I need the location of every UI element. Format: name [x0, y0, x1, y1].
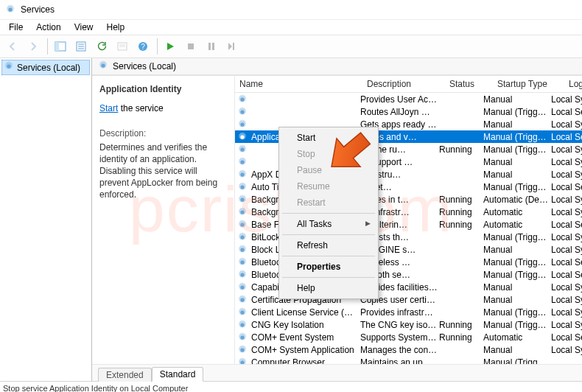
gear-icon — [235, 232, 250, 242]
service-row[interactable]: Provides User Acc…ManualLocal System — [235, 93, 582, 105]
ctx-help[interactable]: Help — [281, 280, 376, 296]
service-row[interactable]: COM+ System ApplicationManages the con…M… — [235, 343, 582, 356]
ctx-separator — [282, 213, 375, 214]
cell-name: COM+ Event System — [250, 332, 359, 343]
toolbar-refresh-icon[interactable] — [92, 37, 111, 56]
ctx-start[interactable]: Start — [281, 130, 376, 146]
menu-file[interactable]: File — [3, 21, 29, 34]
tree-root-item[interactable]: Services (Local) — [1, 60, 90, 75]
service-row[interactable]: Client License Service (ClipSV…Provides … — [235, 306, 582, 318]
toolbar-export-list-icon[interactable] — [71, 37, 91, 56]
toolbar-start-icon[interactable] — [161, 37, 180, 56]
svg-text:?: ? — [141, 43, 145, 51]
cell-logon: Local System — [550, 295, 582, 305]
cell-startup: Manual — [482, 94, 550, 105]
cell-logon: Local System — [550, 169, 582, 180]
svg-marker-12 — [167, 43, 174, 50]
service-row[interactable]: COM+ Event SystemSupports System …Runnin… — [235, 331, 582, 343]
cell-logon: Local System — [550, 144, 582, 155]
toolbar-forward-icon[interactable] — [24, 37, 43, 56]
gear-icon — [98, 60, 108, 73]
service-row[interactable]: Computer BrowserMaintains an up…Manual (… — [235, 356, 582, 364]
toolbar-show-hide-tree-icon[interactable] — [51, 37, 70, 56]
toolbar-pause-icon[interactable] — [202, 37, 221, 56]
col-description[interactable]: Description — [362, 79, 445, 89]
cell-status: Running — [438, 207, 482, 217]
toolbar-restart-icon[interactable] — [222, 37, 242, 56]
col-startup[interactable]: Startup Type — [493, 79, 564, 89]
gear-icon — [235, 132, 250, 142]
ctx-stop: Stop — [281, 146, 376, 162]
gear-icon — [235, 207, 250, 217]
ctx-resume: Resume — [281, 178, 376, 195]
cell-startup: Manual (Trigg… — [482, 257, 550, 267]
gear-icon — [235, 295, 250, 305]
cell-startup: Manual — [482, 169, 550, 180]
gear-icon — [235, 220, 250, 230]
cell-startup: Manual (Trigg… — [482, 107, 550, 117]
gear-icon — [235, 282, 250, 293]
ctx-refresh[interactable]: Refresh — [281, 237, 376, 253]
tree-pane: Services (Local) — [0, 58, 92, 381]
cell-description: Supports System … — [359, 332, 438, 343]
col-status[interactable]: Status — [445, 79, 493, 89]
gear-icon — [235, 157, 250, 167]
ctx-separator — [282, 277, 375, 278]
toolbar-back-icon[interactable] — [3, 37, 22, 56]
col-logon[interactable]: Log On As — [564, 79, 582, 89]
gear-icon — [235, 94, 250, 105]
panel-header-label: Services (Local) — [113, 61, 176, 71]
cell-startup: Automatic (De… — [482, 195, 550, 205]
ctx-all-tasks[interactable]: All Tasks▶ — [281, 216, 376, 232]
service-action-line: Start the service — [99, 102, 228, 114]
cell-description: Maintains an up… — [359, 357, 438, 365]
gear-icon — [235, 119, 250, 130]
gear-icon — [235, 320, 250, 330]
description-label: Description: — [99, 127, 228, 139]
tab-standard[interactable]: Standard — [152, 367, 204, 382]
ctx-pause: Pause — [281, 162, 376, 178]
titlebar: Services — [0, 0, 582, 20]
cell-startup: Manual (Trigg… — [482, 182, 550, 192]
gear-icon — [235, 345, 250, 355]
cell-logon: Local System — [550, 307, 582, 318]
cell-logon: Local Service — [550, 132, 582, 142]
cell-status: Running — [438, 332, 482, 343]
cell-startup: Manual (Trigg… — [482, 320, 550, 330]
cell-status: Running — [438, 320, 482, 330]
cell-startup: Manual — [482, 245, 550, 255]
service-row[interactable]: CNG Key IsolationThe CNG key isol…Runnin… — [235, 318, 582, 331]
cell-logon: Local System — [550, 94, 582, 105]
cell-logon: Local System — [550, 320, 582, 330]
tree-root-label: Services (Local) — [17, 63, 80, 73]
col-name[interactable]: Name — [235, 79, 362, 89]
app-icon — [4, 4, 16, 15]
menu-action[interactable]: Action — [30, 21, 66, 34]
context-menu: Start Stop Pause Resume Restart All Task… — [278, 127, 379, 299]
service-row[interactable]: Routes AllJoyn …Manual (Trigg…Local Serv… — [235, 105, 582, 118]
description-text: Determines and verifies the identity of … — [99, 141, 228, 201]
ctx-properties[interactable]: Properties — [281, 259, 376, 275]
cell-description: The CNG key isol… — [359, 320, 438, 330]
menu-view[interactable]: View — [69, 21, 99, 34]
cell-logon: Local System — [550, 345, 582, 355]
cell-description: Manages the con… — [359, 345, 438, 355]
svg-marker-16 — [228, 43, 232, 50]
menu-help[interactable]: Help — [101, 21, 131, 34]
svg-rect-15 — [212, 43, 214, 50]
submenu-arrow-icon: ▶ — [365, 220, 371, 227]
gear-icon — [235, 307, 250, 318]
status-text: Stop service Application Identity on Loc… — [3, 384, 188, 392]
toolbar-properties-icon[interactable] — [113, 37, 132, 56]
cell-logon: Local System — [550, 282, 582, 293]
menubar: File Action View Help — [0, 20, 582, 35]
cell-startup: Manual (Trigg… — [482, 144, 550, 155]
toolbar-stop-icon[interactable] — [181, 37, 200, 56]
panel-header: Services (Local) — [92, 58, 582, 75]
tab-extended[interactable]: Extended — [98, 368, 152, 382]
cell-logon: Local Service — [550, 182, 582, 192]
start-link[interactable]: Start — [99, 103, 118, 113]
cell-description: Provides User Acc… — [359, 94, 438, 105]
cell-startup: Manual — [482, 157, 550, 167]
toolbar-help-icon[interactable]: ? — [133, 37, 152, 56]
